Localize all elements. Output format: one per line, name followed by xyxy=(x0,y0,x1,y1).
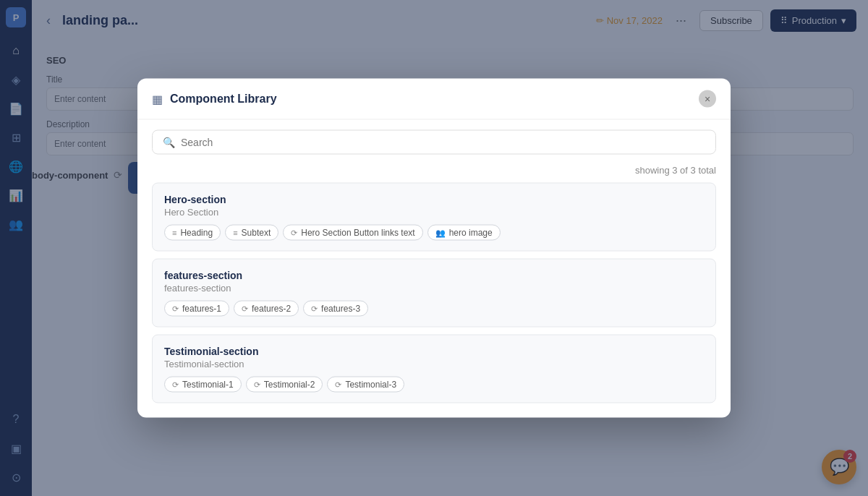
features-section-card: features-section features-section ⟳ feat… xyxy=(152,259,716,328)
component-library-modal: ▦ Component Library × 🔍 showing 3 of 3 t… xyxy=(137,79,731,418)
features-section-sub: features-section xyxy=(164,283,704,294)
testimonial-2-label: Testimonial-2 xyxy=(264,380,315,390)
features-2-icon: ⟳ xyxy=(242,304,248,313)
sections-list: Hero-section Hero Section ≡ Heading ≡ Su… xyxy=(137,183,731,418)
heading-tag[interactable]: ≡ Heading xyxy=(164,225,221,241)
hero-section-name: Hero-section xyxy=(164,194,704,205)
hero-button-tag[interactable]: ⟳ Hero Section Button links text xyxy=(283,225,422,241)
features-3-label: features-3 xyxy=(321,304,360,314)
features-2-label: features-2 xyxy=(252,304,291,314)
hero-section-sub: Hero Section xyxy=(164,207,704,218)
features-2-tag[interactable]: ⟳ features-2 xyxy=(234,301,299,317)
heading-label: Heading xyxy=(180,228,213,238)
hero-button-label: Hero Section Button links text xyxy=(301,228,414,238)
testimonial-2-icon: ⟳ xyxy=(254,380,260,389)
showing-count: showing 3 of 3 total xyxy=(137,165,731,183)
subtext-label: Subtext xyxy=(242,228,271,238)
testimonial-section-sub: Testimonial-section xyxy=(164,359,704,369)
modal-title: Component Library xyxy=(170,93,277,106)
features-3-icon: ⟳ xyxy=(311,304,318,313)
hero-button-icon: ⟳ xyxy=(291,228,297,237)
hero-image-label: hero image xyxy=(449,228,493,238)
modal-close-button[interactable]: × xyxy=(699,90,716,108)
search-icon: 🔍 xyxy=(163,137,175,148)
testimonial-section-card: Testimonial-section Testimonial-section … xyxy=(152,335,716,403)
modal-header: ▦ Component Library × xyxy=(137,79,731,120)
testimonial-section-name: Testimonial-section xyxy=(164,346,704,357)
search-input[interactable] xyxy=(181,137,705,148)
features-section-tags: ⟳ features-1 ⟳ features-2 ⟳ features-3 xyxy=(164,301,704,317)
hero-image-tag[interactable]: 👥 hero image xyxy=(427,225,501,241)
hero-image-icon: 👥 xyxy=(435,228,446,237)
features-3-tag[interactable]: ⟳ features-3 xyxy=(303,301,368,317)
testimonial-1-label: Testimonial-1 xyxy=(182,380,234,390)
features-1-icon: ⟳ xyxy=(172,304,179,313)
testimonial-section-tags: ⟳ Testimonial-1 ⟳ Testimonial-2 ⟳ Testim… xyxy=(164,377,704,393)
testimonial-1-tag[interactable]: ⟳ Testimonial-1 xyxy=(164,377,242,393)
testimonial-3-label: Testimonial-3 xyxy=(345,380,396,390)
testimonial-2-tag[interactable]: ⟳ Testimonial-2 xyxy=(246,377,323,393)
modal-title-row: ▦ Component Library xyxy=(152,92,277,106)
subtext-tag[interactable]: ≡ Subtext xyxy=(225,225,278,241)
hero-section-tags: ≡ Heading ≡ Subtext ⟳ Hero Section Butto… xyxy=(164,225,704,241)
hero-section-card: Hero-section Hero Section ≡ Heading ≡ Su… xyxy=(152,183,716,252)
features-1-tag[interactable]: ⟳ features-1 xyxy=(164,301,229,317)
library-icon: ▦ xyxy=(152,92,163,106)
features-section-name: features-section xyxy=(164,270,704,281)
search-bar: 🔍 xyxy=(152,130,716,155)
testimonial-1-icon: ⟳ xyxy=(172,380,179,389)
testimonial-3-icon: ⟳ xyxy=(335,380,341,389)
features-1-label: features-1 xyxy=(182,304,221,314)
testimonial-3-tag[interactable]: ⟳ Testimonial-3 xyxy=(327,377,404,393)
heading-icon: ≡ xyxy=(172,228,176,237)
subtext-icon: ≡ xyxy=(233,228,237,237)
